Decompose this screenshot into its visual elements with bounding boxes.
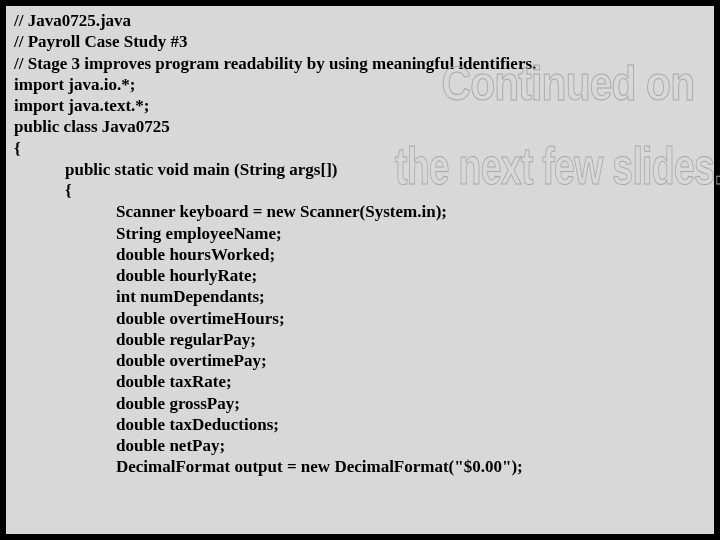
code-line: { [14,138,706,159]
code-line: double hourlyRate; [14,265,706,286]
code-line: DecimalFormat output = new DecimalFormat… [14,456,706,477]
code-line: double overtimeHours; [14,308,706,329]
slide-container: // Java0725.java // Payroll Case Study #… [6,6,714,534]
code-line: double hoursWorked; [14,244,706,265]
code-line: double taxDeductions; [14,414,706,435]
code-line: public class Java0725 [14,116,706,137]
code-line: import java.text.*; [14,95,706,116]
code-line: double overtimePay; [14,350,706,371]
code-line: // Java0725.java [14,10,706,31]
code-line: double taxRate; [14,371,706,392]
code-line: public static void main (String args[]) [14,159,706,180]
code-line: Scanner keyboard = new Scanner(System.in… [14,201,706,222]
code-line: // Stage 3 improves program readability … [14,53,706,74]
code-line: double regularPay; [14,329,706,350]
code-line: int numDependants; [14,286,706,307]
code-line: // Payroll Case Study #3 [14,31,706,52]
code-line: import java.io.*; [14,74,706,95]
code-line: double grossPay; [14,393,706,414]
code-line: { [14,180,706,201]
code-line: String employeeName; [14,223,706,244]
code-line: double netPay; [14,435,706,456]
